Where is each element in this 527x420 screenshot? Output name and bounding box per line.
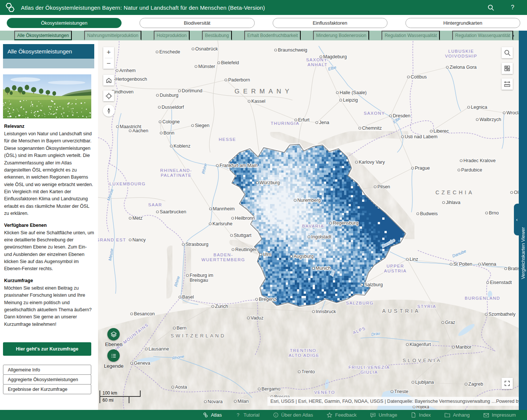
section-paragraph: Klicken Sie auf eine Schaltfläche unten,… <box>4 229 94 273</box>
city-label: Milan <box>238 399 249 404</box>
compare-viewer-toggle[interactable]: ‹ <box>514 204 520 235</box>
city-label: Linz <box>410 257 418 262</box>
city-dot <box>485 313 487 315</box>
city-label: Budweis <box>420 211 438 216</box>
subtab-8[interactable]: Regulation Wasserquantität <box>452 31 513 40</box>
city-dot <box>179 296 181 298</box>
subtab-1[interactable]: Alle Ökosystemleistungen <box>14 31 72 40</box>
map-search-button[interactable] <box>502 47 513 58</box>
city-label: Olomouc <box>514 190 519 195</box>
city-dot <box>465 383 467 385</box>
subtab-4[interactable]: Bestäubung <box>202 31 232 40</box>
city-dot <box>412 381 414 383</box>
app-header: Atlas der Ökosystemleistungen Bayern: Na… <box>0 0 527 15</box>
atlas-logo-icon[interactable] <box>4 2 16 13</box>
city-dot <box>452 346 454 348</box>
city-dot <box>204 401 206 403</box>
sidebar-title: Alle Ökosystemleistungen <box>3 44 94 59</box>
folder-icon <box>444 412 450 418</box>
measure-button[interactable] <box>502 78 513 90</box>
region-label: GRAND EST <box>98 238 126 242</box>
footer-item-atlas[interactable]: Atlas <box>203 412 222 418</box>
region-label: SAAR <box>148 203 162 207</box>
footer-item-label: Über den Atlas <box>281 412 313 418</box>
sidebar-links: Allgemeine InfoAggregierte Ökosystemleis… <box>3 365 94 394</box>
compare-grid-button[interactable] <box>502 63 513 74</box>
city-label: Frankfurt am Main <box>220 163 257 168</box>
city-label: Trento <box>301 369 315 374</box>
city-label: Prague <box>415 166 430 171</box>
country-label: AUSTRIA <box>382 308 421 314</box>
footer-item-anhang[interactable]: Anhang <box>444 412 470 418</box>
basemap[interactable]: GERMANYCZECHIAAUSTRIASWITZERLANDSLOVENIA… <box>98 40 519 410</box>
sidebar-link-2[interactable]: Aggregierte Ökosystemleistungen <box>3 374 91 385</box>
city-label: Siegen <box>195 123 209 128</box>
city-dot <box>156 211 159 213</box>
subtab-3[interactable]: Holzproduktion <box>154 31 190 40</box>
city-dot <box>172 386 174 388</box>
city-label: Nancy <box>132 237 146 243</box>
city-dot <box>232 217 234 219</box>
survey-button[interactable]: Hier geht's zur Kurzumfrage <box>3 342 91 356</box>
tab-biodiversitaet[interactable]: Biodiversität <box>140 18 254 28</box>
region-label: TRENTINO-ALTO ADIGE <box>289 348 319 358</box>
tab-hintergrundkarten[interactable]: Hintergrundkarten <box>405 18 520 28</box>
city-dot <box>468 106 470 108</box>
layers-button[interactable] <box>107 328 120 340</box>
scalebar-km: 100 km <box>100 390 141 397</box>
footer-item-label: Index <box>419 412 431 418</box>
city-dot <box>391 390 393 393</box>
search-button[interactable] <box>487 4 494 11</box>
footer-item--ber-den-atlas[interactable]: Über den Atlas <box>273 412 313 418</box>
main-area: Alle Ökosystemleistungen <box>0 40 527 410</box>
city-dot <box>476 118 478 121</box>
tab-einflussfaktoren[interactable]: Einflussfaktoren <box>273 18 387 28</box>
footer-item-impressum[interactable]: Impressum <box>483 412 516 418</box>
city-dot <box>158 106 160 108</box>
city-label: Brno <box>489 210 499 216</box>
city-label: Würzburg <box>260 180 280 185</box>
zoom-in-button[interactable]: + <box>103 47 114 58</box>
city-label: Duisburg <box>160 93 178 98</box>
city-label: Pardubice <box>461 167 482 173</box>
sidebar-link-3[interactable]: Ergebnisse der Kurzumfrage <box>3 384 91 394</box>
subtab-7[interactable]: Regulation Wasserqualität <box>382 31 440 40</box>
legend-button[interactable] <box>107 349 120 362</box>
city-dot <box>336 92 338 94</box>
city-dot <box>308 236 310 238</box>
subtab-6[interactable]: Minderung Bodenerosion <box>313 31 369 40</box>
footer-item-label: Umfrage <box>379 412 397 418</box>
city-dot <box>131 362 133 364</box>
locate-button[interactable] <box>103 90 114 101</box>
subtab-5[interactable]: Erhalt Bodenfruchtbarkeit <box>244 31 301 40</box>
city-label: Graz <box>445 320 455 325</box>
help-button[interactable]: ? <box>511 4 514 11</box>
city-label: Salzburg <box>364 282 383 287</box>
attribution-sources: Esri, USGS | Esri, HERE, Garmin, FAO, NO… <box>270 399 496 404</box>
footer-item-umfrage[interactable]: Umfrage <box>370 412 397 418</box>
city-dot <box>248 100 250 102</box>
home-button[interactable] <box>103 75 114 86</box>
sidebar-link-1[interactable]: Allgemeine Info <box>3 365 91 375</box>
compass-button[interactable] <box>103 105 115 117</box>
subtab-2[interactable]: Nahrungsmittelproduktion <box>84 31 141 40</box>
city-label: Braunschweig <box>278 47 307 53</box>
city-dot <box>389 115 392 117</box>
city-dot <box>234 400 236 402</box>
footer-item-feedback[interactable]: Feedback <box>327 412 356 418</box>
city-label: Lausanne <box>148 346 169 352</box>
city-dot <box>374 186 376 188</box>
subtabs-overflow-chevron-icon[interactable]: › <box>510 31 517 40</box>
city-label: Ulm <box>263 252 271 257</box>
footer-item-index[interactable]: Index <box>411 412 431 418</box>
fullscreen-button[interactable] <box>502 378 513 389</box>
city-label: Bonn <box>163 130 174 136</box>
city-label: Strasbourg <box>186 242 208 247</box>
tab-oekosystemleistungen[interactable]: Ökosystemleistungen <box>7 18 122 28</box>
city-label: Zielona Gora <box>450 65 477 70</box>
city-label: Besancon <box>134 311 155 316</box>
zoom-out-button[interactable]: − <box>103 58 114 69</box>
city-label: Bratislava <box>508 266 519 271</box>
city-label: Basel <box>182 294 194 300</box>
footer-item-tutorial[interactable]: ?Tutorial <box>235 412 260 418</box>
